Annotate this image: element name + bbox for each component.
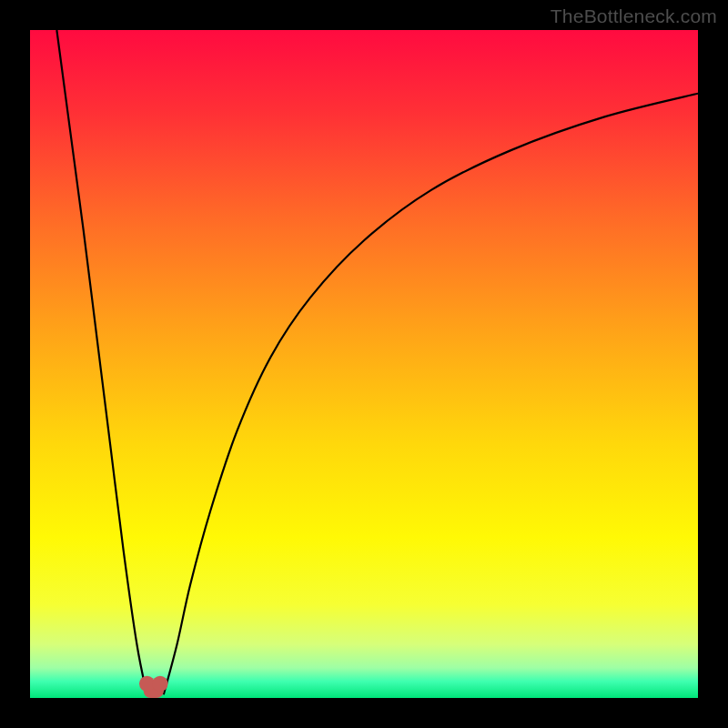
plot-svg	[30, 30, 698, 698]
watermark-text: TheBottleneck.com	[551, 5, 717, 27]
plot-area	[30, 30, 698, 698]
chart-frame: TheBottleneck.com	[0, 0, 728, 728]
svg-point-2	[152, 676, 167, 692]
